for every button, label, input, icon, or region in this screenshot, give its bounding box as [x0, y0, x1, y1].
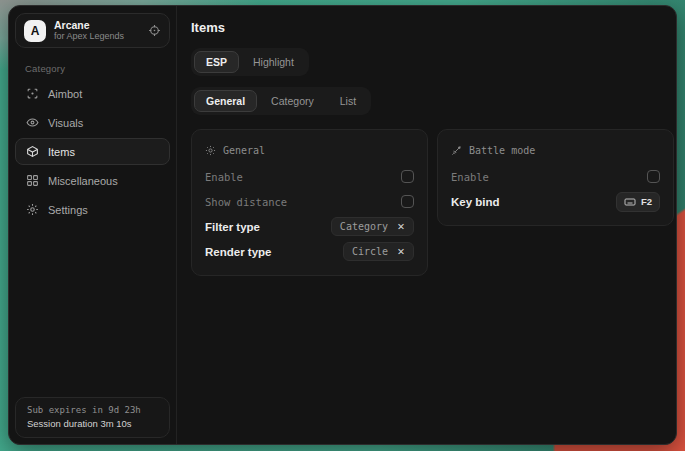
mode-tab-group: ESP Highlight	[191, 48, 309, 76]
key-bind-row: Key bind F2	[451, 189, 660, 214]
tab-general[interactable]: General	[194, 90, 257, 112]
enable-row: Enable	[205, 164, 414, 189]
panel-title: Battle mode	[469, 145, 535, 156]
key-bind-value: F2	[641, 196, 652, 207]
sidebar-item-items[interactable]: Items	[15, 138, 170, 165]
sidebar: A Arcane for Apex Legends Category	[9, 6, 177, 444]
row-label: Enable	[205, 171, 243, 183]
session-info-card: Sub expires in 9d 23h Session duration 3…	[15, 397, 170, 438]
row-label: Key bind	[451, 196, 500, 208]
app-subtitle: for Apex Legends	[54, 31, 140, 41]
render-type-value: Circle	[352, 246, 388, 257]
show-distance-row: Show distance	[205, 189, 414, 214]
battle-enable-checkbox[interactable]	[647, 170, 660, 183]
app-window: A Arcane for Apex Legends Category	[8, 5, 677, 445]
battle-panel-header: Battle mode	[451, 140, 660, 160]
tab-list[interactable]: List	[328, 90, 368, 112]
filter-type-select[interactable]: Category ✕	[331, 217, 414, 236]
main-content: Items ESP Highlight General Category Lis…	[177, 6, 677, 444]
sidebar-item-settings[interactable]: Settings	[15, 196, 170, 223]
category-section-label: Category	[25, 63, 170, 74]
app-logo: A	[24, 20, 46, 42]
app-title: Arcane	[54, 19, 140, 31]
filter-type-row: Filter type Category ✕	[205, 214, 414, 239]
sidebar-item-label: Aimbot	[48, 88, 82, 100]
battle-enable-row: Enable	[451, 164, 660, 189]
sidebar-item-label: Miscellaneous	[48, 175, 118, 187]
sidebar-item-label: Items	[48, 146, 75, 158]
crosshair-icon[interactable]	[148, 24, 161, 37]
general-panel: General Enable Show distance Filter type…	[191, 129, 428, 276]
render-type-row: Render type Circle ✕	[205, 239, 414, 264]
box-icon	[26, 145, 39, 158]
grid-icon	[26, 174, 39, 187]
row-label: Filter type	[205, 221, 260, 233]
gear-icon	[26, 203, 39, 216]
tab-highlight[interactable]: Highlight	[241, 51, 306, 73]
view-tab-group: General Category List	[191, 87, 371, 115]
show-distance-checkbox[interactable]	[401, 195, 414, 208]
brand-card: A Arcane for Apex Legends	[15, 13, 170, 48]
sidebar-item-miscellaneous[interactable]: Miscellaneous	[15, 167, 170, 194]
keyboard-icon	[624, 196, 636, 208]
close-icon[interactable]: ✕	[397, 247, 405, 257]
brand-text: Arcane for Apex Legends	[54, 19, 140, 41]
sidebar-nav: Aimbot Visuals Items	[15, 80, 170, 223]
row-label: Render type	[205, 246, 271, 258]
row-label: Show distance	[205, 196, 287, 208]
sidebar-item-aimbot[interactable]: Aimbot	[15, 80, 170, 107]
eye-icon	[26, 116, 39, 129]
tab-esp[interactable]: ESP	[194, 51, 239, 73]
row-label: Enable	[451, 171, 489, 183]
crosshair-scan-icon	[26, 87, 39, 100]
sword-icon	[451, 145, 462, 156]
session-duration-text: Session duration 3m 10s	[27, 418, 158, 429]
sidebar-item-visuals[interactable]: Visuals	[15, 109, 170, 136]
general-panel-header: General	[205, 140, 414, 160]
sidebar-item-label: Settings	[48, 204, 88, 216]
filter-type-value: Category	[340, 221, 388, 232]
sun-icon	[205, 145, 216, 156]
battle-mode-panel: Battle mode Enable Key bind	[437, 129, 674, 226]
sidebar-item-label: Visuals	[48, 117, 83, 129]
page-title: Items	[191, 20, 674, 35]
close-icon[interactable]: ✕	[397, 222, 405, 232]
render-type-select[interactable]: Circle ✕	[343, 242, 414, 261]
key-bind-button[interactable]: F2	[616, 192, 660, 212]
tab-category[interactable]: Category	[259, 90, 326, 112]
enable-checkbox[interactable]	[401, 170, 414, 183]
sub-expiry-text: Sub expires in 9d 23h	[27, 405, 158, 415]
panel-title: General	[223, 145, 265, 156]
